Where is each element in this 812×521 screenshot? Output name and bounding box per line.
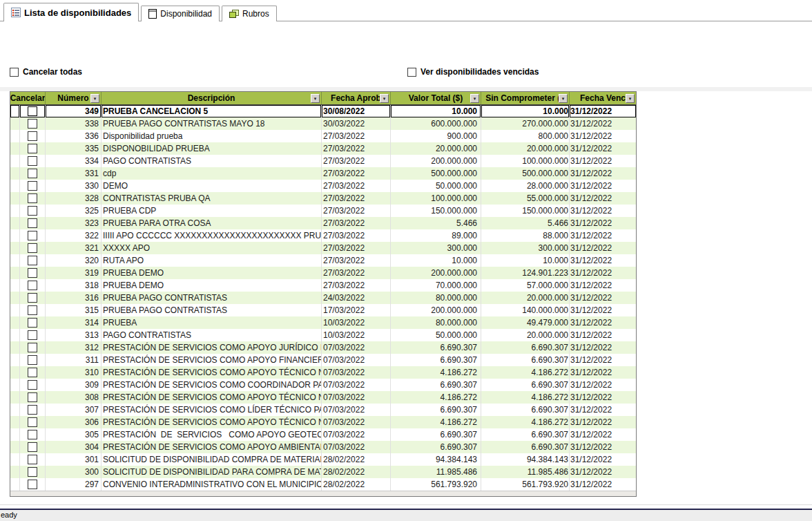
row-cancel-checkbox[interactable] <box>28 181 37 191</box>
column-header-cancelar[interactable]: Cancelar <box>10 92 46 104</box>
table-row[interactable]: 310PRESTACIÓN DE SERVICIOS COMO APOYO TÉ… <box>10 366 636 379</box>
table-row[interactable]: 328CONTRATISTAS PRUBA QA27/03/2022100.00… <box>10 192 636 205</box>
table-row[interactable]: 318PRUEBA DEMO27/03/202270.000.00057.000… <box>10 279 636 292</box>
table-row[interactable]: 330DEMO27/03/202250.000.00028.000.00031/… <box>10 180 636 192</box>
row-cancel-checkbox[interactable] <box>28 455 37 464</box>
row-cancel-checkbox[interactable] <box>28 169 37 178</box>
column-header-descripcion[interactable]: Descripción ▾ <box>102 92 322 104</box>
sin-comprometer-cell: 150.000.000 <box>481 205 570 217</box>
table-row[interactable]: 314PRUEBA10/03/202280.000.00049.479.0003… <box>10 316 636 329</box>
status-text: eady <box>1 511 17 519</box>
table-row[interactable]: 301SOLICITUD DE DISPONIBILIDAD COMPRA DE… <box>10 453 636 466</box>
row-cancel-checkbox[interactable] <box>28 330 37 340</box>
row-cancel-checkbox[interactable] <box>28 405 37 415</box>
table-row[interactable]: 304PRESTACIÓN DE SERVICIOS COMO APOYO AM… <box>10 441 636 453</box>
table-row[interactable]: 312PRESTACIÓN DE SERVICIOS COMO APOYO JU… <box>10 341 636 354</box>
table-row[interactable]: 297CONVENIO INTERADMINISTRATIVO CON EL M… <box>10 478 636 491</box>
table-row[interactable]: 313PAGO CONTRATISTAS10/03/202250.000.000… <box>10 329 636 341</box>
row-cancel-checkbox[interactable] <box>28 193 37 203</box>
table-row[interactable]: 300SOLICITUD DE DISPONIBILIDAD PARA COMP… <box>10 466 636 478</box>
row-cancel-checkbox[interactable] <box>28 355 37 365</box>
table-row[interactable]: 321XXXXX APO27/03/2022300.000300.00031/1… <box>10 242 636 254</box>
table-row[interactable]: 316PRUEBA PAGO CONTRATISTAS24/03/202280.… <box>10 292 636 304</box>
fecha-aprob-cell: 07/03/2022 <box>322 354 391 366</box>
table-row[interactable]: 323PRUEBA PARA OTRA COSA27/03/20225.4665… <box>10 217 636 229</box>
row-cancel-checkbox[interactable] <box>28 268 37 278</box>
horizontal-scrollbar[interactable] <box>10 491 636 496</box>
row-cancel-checkbox[interactable] <box>28 231 37 240</box>
fecha-aprob-cell: 17/03/2022 <box>322 304 391 316</box>
row-cancel-checkbox[interactable] <box>28 305 37 315</box>
row-cancel-checkbox[interactable] <box>28 318 37 328</box>
row-cancel-checkbox[interactable] <box>28 380 37 390</box>
valor-total-cell: 6.690.307 <box>391 379 481 391</box>
numero-cell: 312 <box>46 341 102 354</box>
column-header-fecha-aprob[interactable]: Fecha Aprob ▾ <box>322 92 391 104</box>
fecha-venc-cell: 31/12/2022 <box>570 192 636 205</box>
row-cancel-checkbox[interactable] <box>28 392 37 402</box>
row-cancel-checkbox[interactable] <box>28 430 37 439</box>
cancelar-cell <box>20 155 46 167</box>
table-row[interactable]: 305PRESTACIÓN DE SERVICIOS COMO APOYO GE… <box>10 428 636 441</box>
table-row[interactable]: 306PRESTACIÓN DE SERVICIOS COMO APOYO TÉ… <box>10 416 636 428</box>
column-header-sin-comprometer[interactable]: Sin Comprometer ($ ▾ <box>481 92 570 104</box>
row-cancel-checkbox[interactable] <box>28 368 37 377</box>
table-row[interactable]: 331cdp27/03/2022500.000.000500.000.00031… <box>10 167 636 180</box>
row-cancel-checkbox[interactable] <box>28 131 37 141</box>
table-row[interactable]: 319PRUEBA DEMO27/03/2022200.000.000124.9… <box>10 267 636 279</box>
row-cancel-checkbox[interactable] <box>28 343 37 352</box>
fecha-venc-cell: 31/12/2022 <box>570 105 636 117</box>
table-row[interactable]: 338PRUEBA PAGO CONTRATISTAS MAYO 1830/03… <box>10 117 636 130</box>
row-cancel-checkbox[interactable] <box>28 467 37 477</box>
row-cancel-checkbox[interactable] <box>28 206 37 216</box>
valor-total-cell: 300.000 <box>391 242 481 254</box>
descripcion-cell: PRUEBA PAGO CONTRATISTAS <box>102 304 322 316</box>
filter-dropdown-icon[interactable]: ▾ <box>380 94 389 103</box>
row-cancel-checkbox[interactable] <box>28 119 37 129</box>
table-row[interactable]: 320RUTA APO27/03/202210.00010.00031/12/2… <box>10 254 636 267</box>
fecha-aprob-cell: 27/03/2022 <box>322 279 391 292</box>
table-row[interactable]: 309PRESTACIÓN DE SERVICIOS COMO COORDINA… <box>10 379 636 391</box>
valor-total-cell: 10.000 <box>391 105 481 117</box>
row-cancel-checkbox[interactable] <box>28 144 37 153</box>
cancelar-cell <box>20 242 46 254</box>
table-row[interactable]: 336Disponibilidad prueba27/03/2022900.00… <box>10 130 636 142</box>
row-cancel-checkbox[interactable] <box>28 256 37 265</box>
table-row[interactable]: 308PRESTACIÓN DE SERVICIOS COMO APOYO TÉ… <box>10 391 636 404</box>
table-row[interactable]: 334PAGO CONTRATISTAS27/03/2022200.000.00… <box>10 155 636 167</box>
row-cancel-checkbox[interactable] <box>28 106 37 116</box>
row-cancel-checkbox[interactable] <box>28 293 37 303</box>
tab-disponibilidad[interactable]: Disponibilidad <box>141 6 220 21</box>
table-row[interactable]: 335DISPONOBILIDAD PRUEBA27/03/202220.000… <box>10 142 636 155</box>
sin-comprometer-cell: 88.000 <box>481 229 570 242</box>
row-cancel-checkbox[interactable] <box>28 243 37 253</box>
table-row[interactable]: 311PRESTACIÓN DE SERVICIOS COMO APOYO FI… <box>10 354 636 366</box>
filter-dropdown-icon[interactable]: ▾ <box>470 94 479 103</box>
sort-dropdown-icon[interactable]: ▾ <box>90 94 99 103</box>
table-row[interactable]: 325PRUEBA CDP27/03/2022150.000.000150.00… <box>10 205 636 217</box>
fecha-venc-cell: 31/12/2022 <box>570 180 636 192</box>
row-cancel-checkbox[interactable] <box>28 156 37 166</box>
table-row[interactable]: 322IIIII APO CCCCCC XXXXXXXXXXXXXXXXXXXX… <box>10 229 636 242</box>
column-header-valor-total[interactable]: Valor Total ($) ▾ <box>391 92 481 104</box>
tab-lista-de-disponibilidades[interactable]: Lista de disponibilidades <box>3 3 139 21</box>
column-header-fecha-venc[interactable]: Fecha Venc ▾ <box>570 92 636 104</box>
rubros-icon <box>229 9 239 19</box>
table-row[interactable]: 315PRUEBA PAGO CONTRATISTAS17/03/2022200… <box>10 304 636 316</box>
show-expired-checkbox[interactable] <box>407 68 416 77</box>
filter-dropdown-icon[interactable]: ▾ <box>559 94 568 103</box>
table-row[interactable]: 349PRUEBA CANCELACION 530/08/202210.0001… <box>10 105 636 117</box>
table-row[interactable]: 307PRESTACIÓN DE SERVICIOS COMO LÍDER TÉ… <box>10 404 636 416</box>
row-cancel-checkbox[interactable] <box>28 218 37 228</box>
row-cancel-checkbox[interactable] <box>28 480 37 489</box>
tab-rubros[interactable]: Rubros <box>222 6 277 21</box>
row-cancel-checkbox[interactable] <box>28 417 37 427</box>
filter-dropdown-icon[interactable]: ▾ <box>311 94 320 103</box>
filter-dropdown-icon[interactable]: ▾ <box>626 94 635 103</box>
cancelar-cell <box>20 130 46 142</box>
column-header-numero[interactable]: Número ▾ <box>46 92 102 104</box>
row-cancel-checkbox[interactable] <box>28 442 37 452</box>
row-cancel-checkbox[interactable] <box>28 281 37 290</box>
numero-cell: 300 <box>46 466 102 478</box>
cancel-all-checkbox[interactable] <box>10 68 19 77</box>
